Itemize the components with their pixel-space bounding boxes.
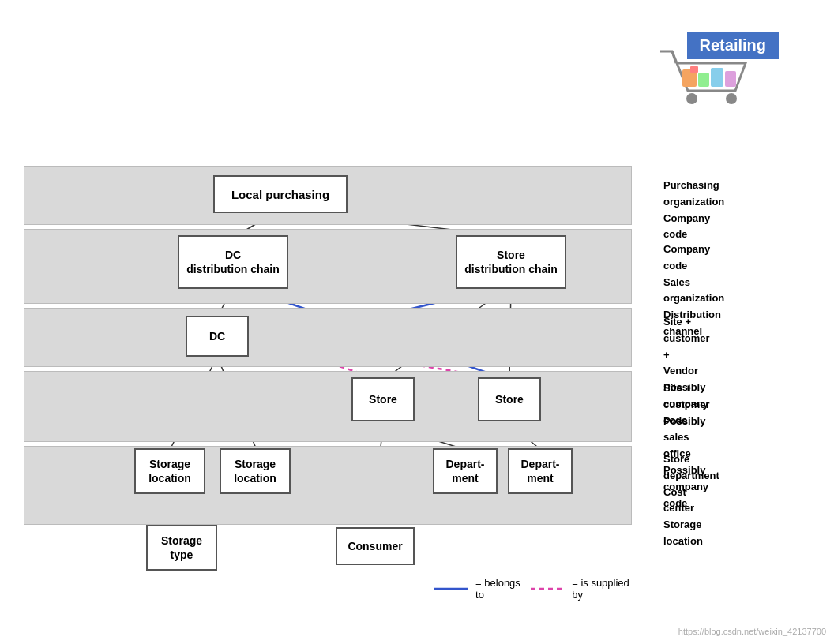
local-purchasing-box: Local purchasing (213, 175, 348, 213)
side-label-1: Purchasing organization Company code (663, 178, 724, 243)
store-dist-chain-box: Store distribution chain (456, 235, 566, 289)
supplied-by-label: = is supplied by (572, 577, 632, 601)
dc-box: DC (186, 316, 249, 357)
storage-type-box: Storage type (146, 525, 217, 571)
svg-rect-7 (690, 66, 698, 73)
store1-box: Store (351, 377, 415, 421)
legend: = belongs to = is supplied by (434, 577, 632, 601)
retailing-badge: Retailing (652, 24, 779, 118)
svg-rect-5 (711, 68, 723, 87)
svg-rect-6 (725, 71, 736, 87)
svg-point-1 (686, 93, 697, 104)
storage-loc2-box: Storage location (220, 448, 291, 494)
watermark: https://blog.csdn.net/weixin_42137700 (678, 627, 826, 636)
store2-box: Store (478, 377, 541, 421)
band-dc (24, 308, 632, 367)
dept1-box: Depart- ment (433, 448, 498, 494)
belongs-to-label: = belongs to (475, 577, 523, 601)
storage-loc1-box: Storage location (134, 448, 205, 494)
diagram-area: Local purchasing DC distribution chain S… (24, 166, 632, 620)
consumer-box: Consumer (336, 527, 415, 565)
svg-rect-4 (698, 73, 709, 87)
svg-point-2 (726, 93, 737, 104)
side-label-5: Store department Cost center Storage loc… (663, 451, 719, 550)
retailing-label: Retailing (687, 32, 779, 59)
supplied-by-legend-line (531, 582, 564, 595)
belongs-to-legend-line (434, 582, 468, 595)
dept2-box: Depart- ment (508, 448, 573, 494)
dc-dist-chain-box: DC distribution chain (178, 235, 288, 289)
